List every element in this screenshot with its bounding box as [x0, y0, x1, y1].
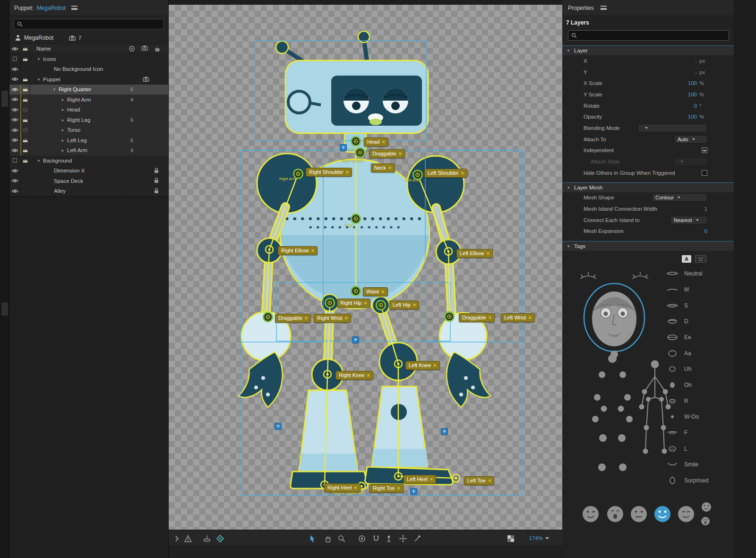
crown-toggle[interactable]: [21, 155, 30, 166]
move-tool-icon[interactable]: [399, 534, 407, 543]
search-input[interactable]: [26, 21, 161, 27]
camera-column-icon[interactable]: [141, 45, 148, 52]
tag-close-icon[interactable]: ×: [345, 316, 348, 321]
chevron-down-icon[interactable]: ▾: [36, 77, 41, 82]
visibility-toggle[interactable]: [9, 64, 21, 75]
tag-close-icon[interactable]: ×: [381, 289, 384, 294]
prop-value[interactable]: 1: [704, 206, 707, 212]
search-input[interactable]: [580, 33, 726, 38]
visibility-toggle[interactable]: [9, 94, 21, 105]
face-tags-button[interactable]: [695, 255, 706, 263]
tag-left-knee[interactable]: Left Knee×: [405, 361, 440, 370]
crown-toggle[interactable]: [21, 54, 30, 64]
prop-value[interactable]: -: [695, 69, 697, 75]
viseme-f[interactable]: F: [665, 425, 733, 441]
tag-close-icon[interactable]: ×: [305, 316, 308, 321]
attach-style-dropdown[interactable]: [673, 157, 707, 166]
tag-right-elbow[interactable]: Right Elbow×: [278, 246, 318, 255]
blending-mode-dropdown[interactable]: [638, 124, 707, 132]
warning-icon[interactable]: [184, 534, 192, 543]
chevron-right-icon[interactable]: ▸: [60, 138, 65, 143]
independent-checkbox[interactable]: [702, 147, 707, 153]
tag-right-hip[interactable]: Right Hip×: [337, 299, 370, 308]
pick-hand-column-icon[interactable]: [154, 45, 160, 53]
tag-draggable-head[interactable]: Draggable×: [369, 149, 405, 158]
tag-left-hip[interactable]: Left Hip×: [389, 300, 419, 309]
add-handle-button[interactable]: +: [441, 428, 448, 435]
tree-row-no-background-icon[interactable]: No Background Icon: [9, 64, 168, 75]
viseme-l[interactable]: L: [665, 441, 733, 457]
visibility-toggle[interactable]: [9, 135, 21, 146]
puppet-artwork[interactable]: [169, 0, 562, 539]
tag-draggable-left[interactable]: Draggable×: [459, 313, 495, 322]
tag-right-wrist[interactable]: Right Wrist×: [314, 314, 351, 323]
tag-close-icon[interactable]: ×: [433, 363, 436, 368]
robot-legs[interactable]: [291, 386, 453, 489]
tag-right-shoulder[interactable]: Right Shoulder×: [306, 168, 352, 177]
robot-head[interactable]: [285, 60, 428, 133]
tag-close-icon[interactable]: ×: [346, 170, 349, 175]
tree-row-puppet[interactable]: ▾Puppet: [9, 74, 168, 85]
tag-close-icon[interactable]: ×: [528, 315, 531, 320]
viseme-s[interactable]: S: [665, 298, 733, 314]
prop-value[interactable]: 100: [688, 114, 697, 120]
tag-close-icon[interactable]: ×: [364, 300, 367, 306]
expand-chevron-icon[interactable]: [172, 534, 181, 543]
tag-left-toe[interactable]: Left Toe×: [464, 476, 494, 485]
panel-menu-icon[interactable]: [71, 6, 77, 10]
tag-waist[interactable]: Waist×: [363, 287, 388, 296]
crown-toggle[interactable]: [21, 135, 30, 146]
crown-toggle[interactable]: [21, 125, 30, 136]
section-tags[interactable]: ▾ Tags: [562, 241, 734, 251]
viseme-uh[interactable]: Uh: [665, 361, 733, 377]
chevron-right-icon[interactable]: ▸: [60, 148, 65, 153]
mesh-shape-dropdown[interactable]: Contour: [652, 193, 707, 202]
crown-toggle[interactable]: [21, 94, 30, 105]
emotion-face-row[interactable]: [581, 501, 737, 529]
tree-row-left-leg[interactable]: ▸Left Leg 6: [9, 135, 168, 146]
emotion-face-small-1[interactable]: [702, 502, 711, 512]
tag-close-icon[interactable]: ×: [354, 485, 357, 490]
chevron-right-icon[interactable]: ▸: [60, 97, 65, 102]
pin-tool-icon[interactable]: [385, 534, 393, 543]
body-tag-diagram[interactable]: [576, 352, 675, 494]
tree-row-right-quarter[interactable]: ▾Right Quarter 6: [9, 85, 168, 95]
tag-draggable-right[interactable]: Draggable×: [275, 314, 311, 323]
add-handle-button[interactable]: +: [352, 336, 359, 343]
viseme-w-oo[interactable]: W-Oo: [665, 409, 733, 425]
visibility-toggle[interactable]: [9, 186, 21, 197]
chevron-down-icon[interactable]: ▾: [36, 158, 41, 163]
lock-icon[interactable]: [154, 188, 159, 195]
add-handle-button[interactable]: +: [275, 423, 282, 430]
visibility-toggle[interactable]: [9, 146, 21, 156]
prop-value[interactable]: -: [695, 58, 697, 64]
chevron-down-icon[interactable]: ▾: [36, 57, 41, 61]
zoom-tool-icon[interactable]: [337, 534, 346, 543]
puppet-canvas[interactable]: Head Right Quarter Right Arm Left Arm To…: [169, 0, 562, 558]
viseme-surprised[interactable]: Surprised: [665, 472, 733, 489]
tag-neck[interactable]: Neck×: [371, 163, 395, 172]
tag-close-icon[interactable]: ×: [382, 139, 385, 145]
viseme-smile[interactable]: Smile: [665, 457, 733, 473]
section-layer[interactable]: ▾ Layer: [562, 45, 734, 55]
tag-close-icon[interactable]: ×: [413, 302, 416, 308]
crown-toggle[interactable]: [21, 166, 30, 176]
viseme-m[interactable]: M: [665, 282, 733, 298]
record-takes-tool-icon[interactable]: [203, 534, 211, 543]
connect-island-dropdown[interactable]: Nearest: [670, 216, 707, 224]
emotion-face-2[interactable]: [607, 506, 623, 522]
stick-tool-icon[interactable]: [413, 534, 421, 543]
camera-icon[interactable]: [143, 77, 149, 83]
tag-head[interactable]: Head×: [364, 137, 388, 146]
viseme-neutral[interactable]: Neutral: [665, 266, 733, 282]
tree-row-dimension-x[interactable]: Dimension X: [9, 166, 168, 176]
lock-icon[interactable]: [154, 178, 159, 184]
tag-left-elbow[interactable]: Left Elbow×: [456, 249, 493, 258]
tree-row-right-arm[interactable]: ▸Right Arm 4: [9, 94, 168, 105]
attach-to-dropdown[interactable]: Auto: [674, 135, 707, 144]
crown-toggle[interactable]: [21, 64, 30, 75]
tree-row-space-deck[interactable]: Space Deck: [9, 176, 168, 186]
add-handle-button[interactable]: +: [410, 488, 417, 495]
emotion-face-small-2[interactable]: [701, 517, 710, 525]
lock-icon[interactable]: [154, 168, 159, 174]
